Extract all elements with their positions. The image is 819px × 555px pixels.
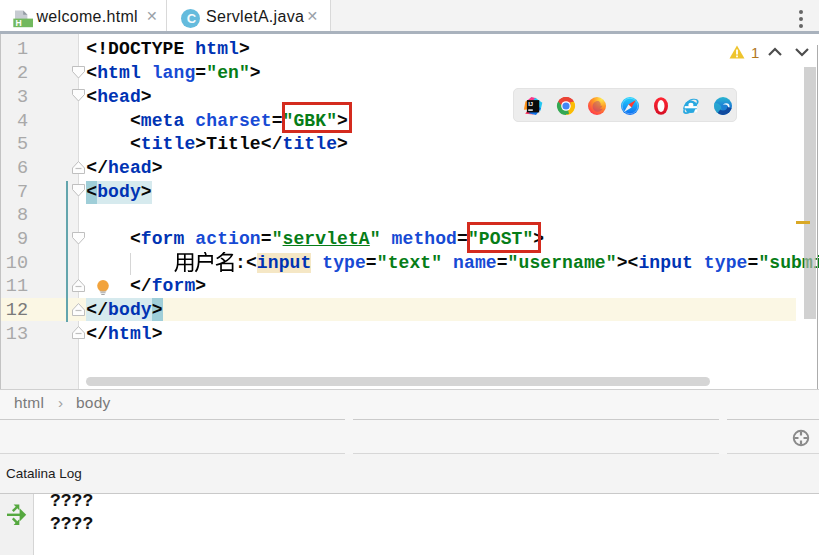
svg-text:H: H <box>15 18 21 28</box>
svg-text:IJ: IJ <box>528 101 533 107</box>
svg-text:1: 1 <box>751 44 759 61</box>
svg-text:C: C <box>187 11 197 26</box>
